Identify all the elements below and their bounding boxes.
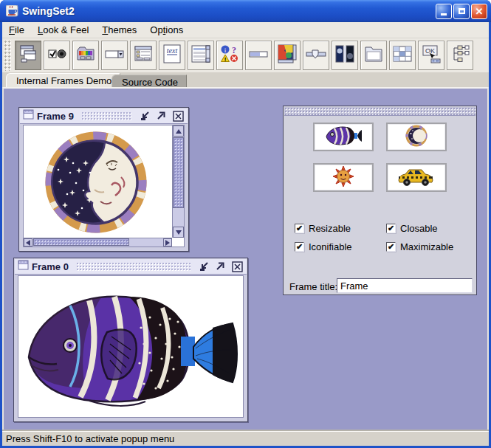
toolbar-button-progress-bar[interactable]	[245, 41, 272, 70]
tabbed-pane-demo-icon	[363, 44, 384, 67]
tab-internal-frames-demo[interactable]: Internal Frames Demo	[6, 73, 120, 87]
toolbar-button-color-chooser[interactable]	[72, 41, 99, 70]
checkmark-icon: ✔	[386, 242, 396, 252]
window-titlebar[interactable]: SwingSet2 ✕	[0, 0, 491, 22]
frame0-title: Frame 0	[32, 261, 69, 272]
frame9-content	[23, 125, 185, 247]
status-bar: Press Shift-F10 to activate popup menu	[2, 431, 489, 446]
toolbar-button-list[interactable]	[188, 41, 214, 70]
toolbar-button-combo-box[interactable]	[101, 41, 128, 70]
vertical-scroll-thumb[interactable]	[173, 137, 184, 208]
toolbar-button-tabbed-pane[interactable]	[360, 41, 387, 70]
close-button[interactable]: ✕	[471, 4, 487, 19]
frame9-iconify-button[interactable]	[139, 110, 151, 122]
fish-painting-image	[18, 276, 244, 419]
checkbox-maximizable[interactable]: ✔Maximizable	[386, 241, 453, 252]
frame-title-label: Frame title:	[289, 281, 337, 292]
svg-text:?: ?	[232, 45, 236, 55]
menu-options[interactable]: Options	[143, 22, 190, 38]
scroll-pane-demo-icon	[277, 44, 298, 67]
toolbar-button-file-chooser[interactable]	[130, 41, 157, 70]
checkbox-label: Resizable	[309, 223, 351, 234]
fish-thumbnail-icon	[324, 125, 363, 150]
moon-painting-image	[24, 125, 174, 242]
buttons-demo-icon	[47, 44, 67, 67]
checkmark-icon: ✔	[295, 224, 304, 233]
scroll-right-button[interactable]	[163, 238, 172, 247]
status-text: Press Shift-F10 to activate popup menu	[6, 433, 174, 444]
frame0-titlebar[interactable]: Frame 0	[15, 259, 247, 275]
frame9-titlebar[interactable]: Frame 9	[20, 108, 188, 124]
toolbar-drag-handle-icon[interactable]	[4, 40, 11, 71]
palette-titlebar[interactable]	[284, 107, 475, 116]
minimize-button[interactable]	[436, 4, 452, 19]
table-demo-icon	[392, 44, 413, 67]
toolbar-buttons: texti?!OK	[15, 41, 475, 70]
checkbox-closable[interactable]: ✔Closable	[386, 223, 438, 234]
checkmark-icon: ✔	[386, 224, 396, 233]
frame-window-icon	[23, 109, 34, 123]
checkbox-iconifiable[interactable]: ✔Iconifiable	[295, 241, 352, 252]
toolbar-button-slider[interactable]	[303, 41, 329, 70]
file-chooser-demo-icon	[133, 44, 154, 67]
frame9-horizontal-scrollbar[interactable]	[24, 238, 172, 247]
internal-frame-9: Frame 9	[18, 107, 189, 252]
toolbar-button-split-pane[interactable]	[332, 41, 358, 70]
internal-frame-0: Frame 0	[13, 258, 248, 422]
frame-title-input[interactable]	[337, 278, 473, 293]
tree-demo-icon	[450, 44, 470, 67]
window-title: SwingSet2	[22, 5, 434, 17]
scroll-down-button[interactable]	[173, 227, 184, 238]
option-pane-demo-icon: i?!	[219, 44, 240, 67]
menu-look-and-feel[interactable]: Look & Feel	[31, 22, 95, 38]
arrow-down-icon	[176, 230, 182, 235]
toolbar-button-internal-frame[interactable]	[15, 41, 41, 70]
arrow-right-icon	[165, 240, 170, 246]
create-sun-frame-button[interactable]	[313, 163, 374, 192]
horizontal-scroll-thumb[interactable]	[33, 238, 129, 246]
titlebar-texture	[76, 262, 190, 272]
checkbox-label: Iconifiable	[309, 241, 352, 252]
split-pane-demo-icon	[334, 44, 355, 67]
scroll-up-button[interactable]	[173, 125, 184, 137]
menu-file[interactable]: File	[2, 22, 31, 38]
frame0-maximize-button[interactable]	[213, 261, 226, 272]
checkbox-resizable[interactable]: ✔Resizable	[295, 223, 351, 234]
frame0-iconify-button[interactable]	[198, 261, 210, 272]
toolbar-button-tree[interactable]	[447, 41, 473, 70]
arrow-up-icon	[176, 129, 182, 134]
toolbar: texti?!OK	[2, 38, 489, 72]
java-cup-icon	[6, 5, 19, 17]
frame-creation-palette: ✔Resizable✔Closable✔Iconifiable✔Maximiza…	[283, 106, 477, 295]
frame9-maximize-button[interactable]	[154, 110, 167, 122]
progress-bar-demo-icon	[248, 44, 269, 67]
combo-box-demo-icon	[104, 44, 125, 67]
frame0-close-button[interactable]	[231, 261, 244, 272]
swingset2-window: SwingSet2 ✕ FileLook & FeelThemesOptions…	[0, 0, 491, 448]
svg-text:!: !	[224, 56, 227, 63]
tab-source-code[interactable]: Source Code	[111, 75, 187, 87]
list-demo-icon	[190, 44, 211, 67]
toolbar-button-buttons[interactable]	[44, 41, 70, 70]
sun-thumbnail-icon	[332, 165, 354, 190]
maximize-button[interactable]	[453, 4, 470, 19]
menu-themes[interactable]: Themes	[95, 22, 143, 38]
html-demo-icon: text	[162, 44, 182, 67]
scroll-left-button[interactable]	[24, 238, 32, 247]
toolbar-button-table[interactable]	[389, 41, 416, 70]
toolbar-button-html[interactable]: text	[159, 41, 185, 70]
frame9-vertical-scrollbar[interactable]	[172, 125, 184, 238]
create-fish-frame-button[interactable]	[313, 123, 374, 151]
frame9-close-button[interactable]	[172, 110, 185, 122]
tab-bar: Internal Frames DemoSource Code	[2, 72, 489, 87]
internal-frame-demo-icon	[18, 44, 38, 67]
toolbar-button-tool-tip[interactable]: OK	[418, 41, 444, 70]
toolbar-button-option-pane[interactable]: i?!	[216, 41, 243, 70]
toolbar-button-scroll-pane[interactable]	[274, 41, 301, 70]
create-moon-frame-button[interactable]	[386, 123, 447, 151]
create-cab-frame-button[interactable]	[386, 163, 447, 192]
moon-thumbnail-icon	[405, 125, 428, 150]
titlebar-texture	[81, 111, 131, 121]
checkbox-label: Closable	[400, 223, 438, 234]
close-glyph: ✕	[475, 7, 484, 16]
